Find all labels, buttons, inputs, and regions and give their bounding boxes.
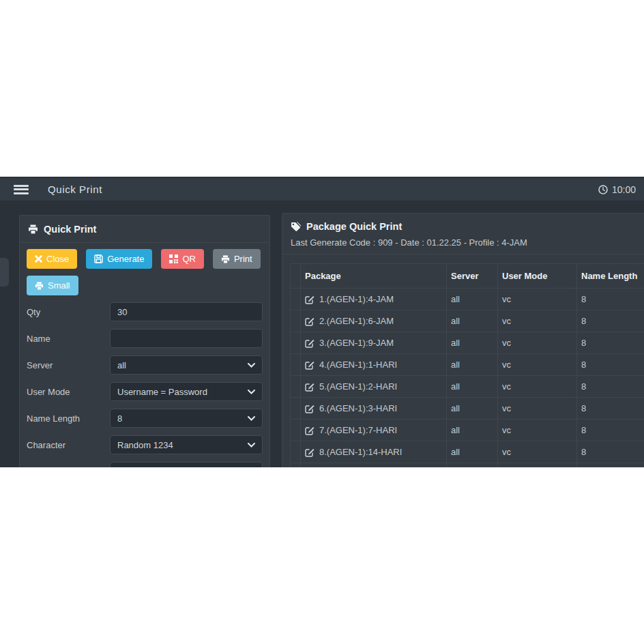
clock-icon [598, 185, 608, 194]
package-name: 3.(AGEN-1):9-JAM [319, 338, 394, 348]
table-row: 8.(AGEN-1):14-HARIallvc8 [291, 441, 644, 463]
page-title: Quick Print [48, 184, 102, 195]
name-length-select-value: 8 [117, 413, 122, 424]
chevron-down-icon [248, 363, 255, 368]
table-row: 2.(AGEN-1):6-JAMallvc8 [291, 310, 644, 332]
server-select-value: all [117, 360, 126, 370]
user-mode-cell: vc [498, 441, 577, 463]
menu-icon[interactable] [14, 185, 29, 194]
package-cell: 4.(AGEN-1):1-HARI [305, 360, 442, 370]
clock-time: 10:00 [612, 184, 636, 195]
package-table: Package Server User Mode Name Length 1.(… [290, 263, 644, 467]
user-mode-cell: vc [498, 289, 577, 310]
package-cell: 1.(AGEN-1):4-JAM [305, 294, 442, 304]
quick-print-panel: Quick Print Close Generate [19, 215, 270, 467]
name-length-cell [577, 463, 644, 468]
name-label: Name [27, 334, 110, 344]
row-spacer [291, 289, 301, 310]
edit-icon[interactable] [305, 360, 314, 370]
server-cell: all [447, 289, 498, 310]
user-mode-cell: vc [498, 354, 577, 376]
row-spacer [291, 398, 301, 420]
header-package: Package [301, 264, 447, 289]
quick-print-panel-title: Quick Print [44, 224, 96, 235]
form-row-name: Name [27, 329, 263, 348]
row-spacer [291, 463, 301, 468]
form-row-server: Server all [27, 355, 263, 375]
character-select[interactable]: Random 1234 [110, 435, 263, 454]
table-row: 4.(AGEN-1):1-HARIallvc8 [291, 354, 644, 376]
top-navbar: Quick Print 10:00 [0, 177, 644, 201]
button-toolbar: Close Generate [20, 243, 269, 295]
table-row: 7.(AGEN-1):7-HARIallvc8 [291, 420, 644, 441]
name-length-cell: 8 [577, 420, 644, 441]
close-button-label: Close [46, 254, 69, 264]
user-mode-cell: vc [498, 398, 577, 420]
package-cell: 6.(AGEN-1):3-HARI [305, 403, 442, 413]
server-cell: all [447, 420, 498, 441]
printer-icon [221, 255, 230, 263]
generate-button[interactable]: Generate [86, 249, 152, 269]
package-cell: 3.(AGEN-1):9-JAM [305, 338, 442, 348]
edit-icon[interactable] [305, 404, 314, 413]
edit-icon[interactable] [305, 448, 314, 457]
package-panel-title-row: Package Quick Print [291, 219, 644, 234]
print-button-label: Print [234, 254, 252, 264]
package-cell: 5.(AGEN-1):2-HARI [305, 381, 442, 392]
qty-input[interactable] [110, 302, 263, 321]
package-name: 4.(AGEN-1):1-HARI [319, 360, 397, 370]
printer-icon [28, 224, 38, 234]
package-name: 1.(AGEN-1):4-JAM [319, 294, 394, 304]
name-length-cell: 8 [577, 332, 644, 354]
package-name: 8.(AGEN-1):14-HARI [319, 447, 402, 457]
small-button[interactable]: Small [27, 276, 78, 295]
row-spacer [291, 420, 301, 441]
server-label: Server [27, 360, 110, 370]
user-mode-select[interactable]: Username = Password [110, 382, 263, 401]
small-button-label: Small [48, 280, 70, 291]
name-input[interactable] [110, 329, 263, 348]
user-mode-cell: vc [498, 310, 577, 332]
screen: Quick Print 10:00 Quick Print [0, 0, 644, 644]
x-icon [35, 255, 42, 263]
package-name: 5.(AGEN-1):2-HARI [319, 381, 397, 392]
table-header-row: Package Server User Mode Name Length [291, 264, 644, 289]
quick-print-form: Qty Name Server all User Mode [20, 295, 269, 467]
package-quick-print-panel: Package Quick Print Last Generate Code :… [282, 213, 644, 467]
server-cell: all [447, 332, 498, 354]
package-panel-title: Package Quick Print [306, 219, 402, 234]
name-length-label: Name Length [27, 413, 110, 424]
server-cell: all [447, 441, 498, 463]
character-select-value: Random 1234 [117, 440, 173, 450]
edit-icon[interactable] [305, 338, 314, 348]
row-spacer [291, 332, 301, 354]
server-cell: all [447, 354, 498, 376]
server-select[interactable]: all [110, 355, 263, 375]
last-generate-info: Last Generate Code : 909 - Date : 01.22.… [291, 237, 644, 249]
qr-icon [169, 254, 178, 263]
row-spacer [291, 354, 301, 376]
name-length-select[interactable]: 8 [110, 409, 263, 428]
header-server: Server [447, 264, 498, 289]
name-length-cell: 8 [577, 376, 644, 398]
edit-icon[interactable] [305, 426, 314, 435]
package-table-body: 1.(AGEN-1):4-JAMallvc82.(AGEN-1):6-JAMal… [291, 289, 644, 468]
print-button[interactable]: Print [213, 249, 261, 269]
package-cell: 8.(AGEN-1):14-HARI [305, 447, 442, 457]
user-mode-select-value: Username = Password [117, 387, 207, 397]
sidebar-handle[interactable] [0, 258, 9, 287]
close-button[interactable]: Close [27, 249, 77, 269]
edit-icon[interactable] [305, 382, 314, 392]
edit-icon[interactable] [305, 295, 314, 304]
user-mode-cell [498, 463, 577, 468]
package-cell: 2.(AGEN-1):6-JAM [305, 316, 442, 326]
name-length-cell: 8 [577, 310, 644, 332]
qr-button[interactable]: QR [161, 249, 204, 269]
table-row: 1.(AGEN-1):4-JAMallvc8 [291, 289, 644, 310]
form-row-user-mode: User Mode Username = Password [27, 382, 263, 401]
edit-icon[interactable] [305, 317, 314, 326]
row-spacer [291, 310, 301, 332]
printer-icon [35, 282, 44, 290]
partial-input[interactable] [110, 462, 263, 467]
quick-print-panel-header: Quick Print [20, 216, 269, 243]
